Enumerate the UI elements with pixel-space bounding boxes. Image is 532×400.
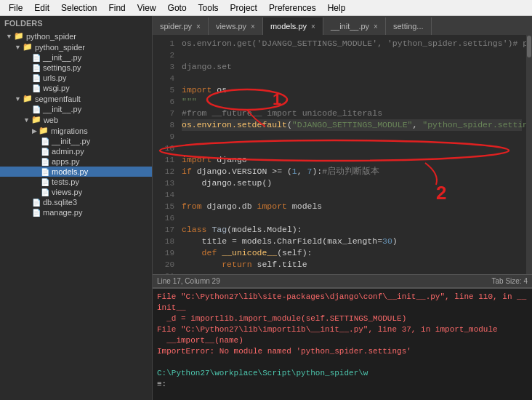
tab-models[interactable]: models.py × xyxy=(263,17,323,35)
code-line xyxy=(182,131,522,143)
terminal-line: File "C:\Python27\lib\importlib\__init__… xyxy=(157,324,528,335)
menu-goto[interactable]: Goto xyxy=(162,1,193,15)
tree-item-urls-py[interactable]: 📄urls.py xyxy=(0,73,152,83)
terminal-line xyxy=(157,357,528,368)
file-icon: 📄 xyxy=(41,137,49,145)
tree-item-views-py[interactable]: 📄views.py xyxy=(0,187,152,197)
file-icon: 📄 xyxy=(41,168,49,176)
tree-item-tests-py[interactable]: 📄tests.py xyxy=(0,177,152,187)
tree-item-models-py[interactable]: 📄models.py xyxy=(0,167,152,177)
close-spider-tab[interactable]: × xyxy=(196,23,201,31)
tree-item-python_spider[interactable]: ▼📁python_spider xyxy=(0,31,152,41)
file-icon: 📄 xyxy=(32,209,41,217)
menu-edit[interactable]: Edit xyxy=(28,1,55,15)
folder-icon: 📁 xyxy=(14,31,24,41)
tree-item-wsgi-py[interactable]: 📄wsgi.py xyxy=(0,83,152,93)
file-icon: 📄 xyxy=(32,54,41,62)
file-tree: ▼📁python_spider▼📁python_spider📄__init__.… xyxy=(0,31,152,217)
tree-item-init-py[interactable]: 📄__init__.py xyxy=(0,104,152,114)
menu-project[interactable]: Project xyxy=(225,1,263,15)
code-line: os.environ.setdefault("DJANGO_SETTINGS_M… xyxy=(182,119,522,131)
terminal-line: ImportError: No module named 'python_spi… xyxy=(157,346,528,357)
tree-item-label: models.py xyxy=(52,167,88,176)
tree-item-label: admin.py xyxy=(52,147,84,156)
tree-item-label: migrations xyxy=(51,127,88,135)
tree-item-python_spider[interactable]: ▼📁python_spider xyxy=(0,41,152,52)
tree-item-label: urls.py xyxy=(43,73,66,82)
tree-item-label: apps.py xyxy=(52,157,80,166)
terminal-line: __import__(name) xyxy=(157,335,528,346)
file-icon: 📄 xyxy=(41,148,49,156)
tab-size: Tab Size: 4 xyxy=(492,277,528,285)
code-content[interactable]: os.environ.get('DJANGO_SETTINGS_MODULE',… xyxy=(177,35,526,274)
file-icon: 📄 xyxy=(41,178,49,186)
tab-settings[interactable]: setting... xyxy=(386,17,432,35)
menu-file[interactable]: File xyxy=(3,1,28,15)
tree-item-manage-py[interactable]: 📄manage.py xyxy=(0,207,152,217)
folder-icon: 📁 xyxy=(39,126,49,135)
tab-spider[interactable]: spider.py × xyxy=(153,17,209,35)
code-line: django.setup() xyxy=(182,177,522,189)
menu-tools[interactable]: Tools xyxy=(193,1,225,15)
menu-find[interactable]: Find xyxy=(102,1,131,15)
code-line: django.set xyxy=(182,61,522,73)
tree-item-label: settings.py xyxy=(43,63,81,72)
tree-item-label: manage.py xyxy=(43,208,82,217)
code-line: title = models.CharField(max_length=30) xyxy=(182,236,522,247)
terminal-content: File "C:\Python27\lib\site-packages\djan… xyxy=(153,289,532,400)
code-line: import os xyxy=(182,84,522,96)
tab-init[interactable]: __init__.py × xyxy=(323,17,386,35)
menu-view[interactable]: View xyxy=(132,1,162,15)
tree-item-db-sqlite3[interactable]: 📄db.sqlite3 xyxy=(0,197,152,207)
menu-help[interactable]: Help xyxy=(322,1,352,15)
tab-views[interactable]: views.py × xyxy=(209,17,263,35)
folder-icon: 📁 xyxy=(23,42,33,52)
tree-item-label: python_spider xyxy=(35,43,85,52)
code-line: from django.db import models xyxy=(182,201,522,212)
close-models-tab[interactable]: × xyxy=(311,23,315,31)
tree-item-apps-py[interactable]: 📄apps.py xyxy=(0,156,152,167)
tree-item-web[interactable]: ▼📁web xyxy=(0,114,152,125)
tree-item-label: __init__.py xyxy=(52,137,90,145)
terminal-line: _d = importlib.import_module(self.SETTIN… xyxy=(157,313,528,324)
code-line xyxy=(182,212,522,224)
menu-selection[interactable]: Selection xyxy=(55,1,102,15)
menu-preferences[interactable]: Preferences xyxy=(263,1,322,15)
code-line xyxy=(182,49,522,61)
tree-item-label: __init__.py xyxy=(43,53,81,62)
vertical-scrollbar[interactable] xyxy=(526,35,532,274)
file-tree-sidebar: FOLDERS ▼📁python_spider▼📁python_spider📄_… xyxy=(0,16,153,400)
scrollbar-thumb[interactable] xyxy=(527,36,531,57)
terminal-line: File "C:\Python27\lib\site-packages\djan… xyxy=(157,292,528,303)
tree-item-init-py[interactable]: 📄__init__.py xyxy=(0,52,152,63)
tree-item-segmentfault[interactable]: ▼📁segmentfault xyxy=(0,93,152,104)
tree-item-init-py[interactable]: 📄__init__.py xyxy=(0,136,152,146)
code-editor[interactable]: 1234567891011121314151617181920212223242… xyxy=(153,35,532,274)
tree-item-admin-py[interactable]: 📄admin.py xyxy=(0,146,152,156)
terminal-panel: File "C:\Python27\lib\site-packages\djan… xyxy=(153,287,532,400)
terminal-line: C:\Python27\workplace\Script\python_spid… xyxy=(157,368,528,379)
code-line: os.environ.get('DJANGO_SETTINGS_MODULE',… xyxy=(182,38,522,49)
folder-icon: 📁 xyxy=(31,115,41,124)
cursor-position: Line 17, Column 29 xyxy=(157,277,220,285)
tree-item-migrations[interactable]: ▶📁migrations xyxy=(0,125,152,136)
file-icon: 📄 xyxy=(32,84,41,92)
code-line xyxy=(182,143,522,154)
file-icon: 📄 xyxy=(32,105,41,113)
editor-area: spider.py × views.py × models.py × __ini… xyxy=(153,16,532,400)
folder-icon: 📁 xyxy=(23,94,33,103)
tree-item-label: wsgi.py xyxy=(43,84,70,92)
file-icon: 📄 xyxy=(41,158,49,166)
close-views-tab[interactable]: × xyxy=(251,23,255,31)
terminal-line: init__ xyxy=(157,303,528,313)
code-line: return self.title xyxy=(182,259,522,271)
close-init-tab[interactable]: × xyxy=(374,23,378,31)
tree-item-settings-py[interactable]: 📄settings.py xyxy=(0,63,152,73)
code-line: class Tag(models.Model): xyxy=(182,224,522,236)
tree-item-label: views.py xyxy=(52,188,82,196)
tree-item-label: tests.py xyxy=(52,177,79,186)
folders-label: FOLDERS xyxy=(0,16,152,31)
main-area: FOLDERS ▼📁python_spider▼📁python_spider📄_… xyxy=(0,16,532,400)
tree-item-label: segmentfault xyxy=(35,95,81,103)
tabs-bar: spider.py × views.py × models.py × __ini… xyxy=(153,16,532,35)
